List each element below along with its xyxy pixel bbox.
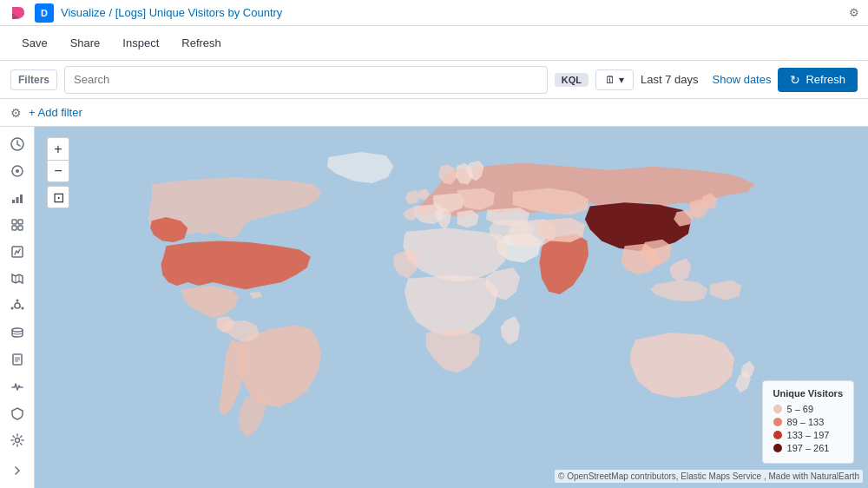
svg-point-12 bbox=[15, 303, 20, 308]
top-bar: D Visualize / [Logs] Unique Visitors by … bbox=[0, 0, 868, 26]
date-range: Last 7 days bbox=[641, 73, 699, 86]
filter-bar: Filters KQL 🗓 ▾ Last 7 days Show dates ↻… bbox=[0, 61, 868, 99]
legend-range-3: 133 – 197 bbox=[787, 430, 830, 440]
svg-point-13 bbox=[16, 299, 18, 301]
calendar-icon: 🗓 bbox=[605, 74, 615, 86]
page-title: Visualize / [Logs] Unique Visitors by Co… bbox=[61, 6, 842, 19]
sidebar-icon-maps[interactable] bbox=[3, 268, 31, 290]
app-icon: D bbox=[35, 3, 54, 23]
search-input[interactable] bbox=[64, 66, 548, 94]
tab-save[interactable]: Save bbox=[12, 32, 57, 54]
refresh-label: Refresh bbox=[806, 73, 845, 86]
sidebar-expand-button[interactable] bbox=[3, 459, 31, 481]
sidebar-icon-reports[interactable] bbox=[3, 348, 31, 370]
nav-tabs: Save Share Inspect Refresh bbox=[0, 26, 868, 61]
add-filter-row: ⚙ + Add filter bbox=[0, 99, 868, 127]
sidebar-icon-stack[interactable] bbox=[3, 321, 31, 343]
tab-share[interactable]: Share bbox=[61, 32, 110, 54]
svg-point-15 bbox=[10, 307, 13, 309]
map-legend: Unique Visitors 5 – 69 89 – 133 133 – 19… bbox=[762, 380, 854, 464]
refresh-button[interactable]: ↻ Refresh bbox=[778, 68, 858, 92]
sidebar-icon-canvas[interactable] bbox=[3, 241, 31, 263]
legend-dot-4 bbox=[773, 444, 782, 452]
sidebar bbox=[0, 127, 35, 488]
tab-inspect[interactable]: Inspect bbox=[113, 32, 168, 54]
filter-settings-icon[interactable]: ⚙ bbox=[10, 106, 22, 120]
svg-point-14 bbox=[21, 307, 23, 309]
svg-rect-10 bbox=[18, 226, 23, 230]
svg-rect-6 bbox=[20, 195, 23, 203]
svg-line-18 bbox=[13, 307, 15, 307]
settings-gear-icon[interactable]: ⚙ bbox=[849, 6, 859, 19]
show-dates-button[interactable]: Show dates bbox=[713, 73, 772, 86]
svg-rect-8 bbox=[18, 220, 23, 224]
sidebar-icon-ml[interactable] bbox=[3, 295, 31, 317]
world-map bbox=[35, 127, 868, 488]
legend-range-1: 5 – 69 bbox=[787, 404, 814, 414]
legend-range-2: 89 – 133 bbox=[787, 417, 825, 427]
calendar-chevron: ▾ bbox=[619, 74, 624, 86]
legend-item-3: 133 – 197 bbox=[773, 430, 843, 440]
sidebar-icon-settings[interactable] bbox=[3, 429, 31, 451]
filters-label: Filters bbox=[10, 69, 57, 90]
legend-dot-2 bbox=[773, 418, 782, 426]
map-attribution: © OpenStreetMap contributors, Elastic Ma… bbox=[555, 470, 863, 483]
refresh-icon: ↻ bbox=[790, 73, 800, 87]
sidebar-icon-discover[interactable] bbox=[3, 161, 31, 182]
calendar-button[interactable]: 🗓 ▾ bbox=[595, 69, 634, 90]
zoom-reset-button[interactable]: ⊡ bbox=[47, 186, 69, 208]
sidebar-icon-siem[interactable] bbox=[3, 402, 31, 424]
zoom-in-button[interactable]: + bbox=[47, 137, 69, 160]
svg-line-17 bbox=[19, 307, 21, 307]
title-separator: / bbox=[108, 6, 115, 19]
legend-item-2: 89 – 133 bbox=[773, 417, 843, 427]
kql-badge[interactable]: KQL bbox=[555, 73, 589, 87]
main-content: + − ⊡ bbox=[0, 127, 868, 488]
sidebar-icon-apm[interactable] bbox=[3, 375, 31, 397]
map-area[interactable]: + − ⊡ bbox=[35, 127, 868, 488]
tab-refresh[interactable]: Refresh bbox=[172, 32, 231, 54]
legend-dot-3 bbox=[773, 431, 782, 439]
svg-rect-5 bbox=[16, 197, 18, 203]
app-name: Visualize bbox=[61, 6, 106, 19]
map-controls: + − ⊡ bbox=[47, 137, 69, 208]
sidebar-icon-clock[interactable] bbox=[3, 134, 31, 155]
legend-range-4: 197 – 261 bbox=[787, 443, 830, 453]
svg-rect-4 bbox=[12, 200, 15, 203]
svg-point-3 bbox=[16, 169, 19, 173]
visualization-title: [Logs] Unique Visitors by Country bbox=[115, 6, 283, 19]
sidebar-icon-dashboard[interactable] bbox=[3, 214, 31, 236]
legend-dot-1 bbox=[773, 405, 782, 413]
svg-point-19 bbox=[12, 328, 23, 332]
svg-point-24 bbox=[15, 438, 19, 442]
legend-item-4: 197 – 261 bbox=[773, 443, 843, 453]
sidebar-icon-visualize[interactable] bbox=[3, 188, 31, 209]
add-filter-button[interactable]: + Add filter bbox=[29, 106, 82, 119]
legend-title: Unique Visitors bbox=[773, 388, 843, 399]
svg-rect-9 bbox=[12, 226, 16, 230]
kibana-logo bbox=[9, 3, 28, 23]
legend-item-1: 5 – 69 bbox=[773, 404, 843, 414]
svg-rect-7 bbox=[12, 220, 16, 224]
zoom-out-button[interactable]: − bbox=[47, 160, 69, 182]
